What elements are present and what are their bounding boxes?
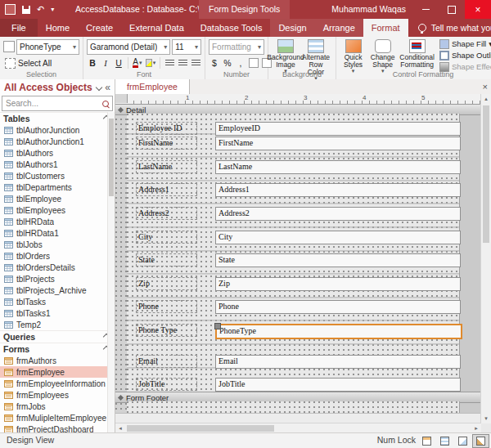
change-shape-button[interactable]: Change Shape ▾ [368, 38, 397, 71]
document-tab-frmEmployee[interactable]: frmEmployee [115, 79, 190, 94]
search-input[interactable]: Search... [2, 96, 113, 111]
background-image-button[interactable]: Background Image ▾ [271, 38, 300, 71]
field-label-EmployeeID[interactable]: Employee ID [136, 122, 197, 135]
design-view-button[interactable] [472, 434, 489, 448]
field-label-City[interactable]: City [136, 231, 197, 244]
ribbon-tab-design[interactable]: Design [270, 19, 314, 37]
ribbon-tab-external-data[interactable]: External Data [121, 19, 192, 37]
currency-format-button[interactable]: $ [209, 56, 220, 69]
nav-item-tblJobs[interactable]: tblJobs [0, 239, 115, 250]
nav-item-frmJobs[interactable]: frmJobs [0, 401, 115, 412]
field-control-Phone[interactable]: Phone [215, 300, 461, 314]
field-label-JobTitle[interactable]: JobTitle [136, 378, 197, 391]
form-grid[interactable]: Employee IDEmployeeIDFirstNameFirstNameL… [127, 114, 460, 392]
close-button[interactable]: × [465, 0, 491, 19]
nav-item-tblAuthors1[interactable]: tblAuthors1 [0, 159, 115, 170]
field-control-PhoneType[interactable]: PhoneType [215, 324, 462, 339]
nav-pane-header[interactable]: All Access Objects « [0, 79, 115, 96]
align-left-button[interactable] [164, 56, 175, 69]
document-close-icon[interactable]: × [483, 79, 488, 94]
horizontal-scroll-thumb[interactable] [127, 425, 274, 432]
field-label-LastName[interactable]: LastName [136, 160, 197, 173]
nav-item-tblProjects_Archive[interactable]: tblProjects_Archive [0, 284, 115, 296]
nav-item-tblCustomers[interactable]: tblCustomers [0, 170, 115, 181]
nav-scrollbar[interactable] [107, 112, 115, 433]
nav-item-tblHRData[interactable]: tblHRData [0, 216, 115, 227]
datasheet-view-button[interactable] [436, 434, 453, 448]
field-label-Email[interactable]: Email [136, 355, 197, 368]
field-label-Phone[interactable]: Phone [136, 300, 197, 313]
shape-outline-button[interactable]: Shape Outline ▾ [439, 50, 491, 60]
form-view-button[interactable] [418, 434, 435, 448]
field-label-State[interactable]: State [136, 253, 197, 267]
save-button[interactable] [22, 6, 30, 14]
field-control-FirstName[interactable]: FirstName [215, 137, 461, 150]
font-color-button[interactable]: A ▾ [132, 56, 143, 69]
highlight-color-button[interactable]: ▾ [145, 56, 156, 69]
nav-section-queries[interactable]: Queries [0, 330, 115, 343]
nav-item-frmEmployee[interactable]: frmEmployee [0, 366, 115, 378]
field-label-Address2[interactable]: Address2 [136, 207, 197, 220]
field-control-Address2[interactable]: Address2 [215, 207, 461, 221]
ribbon-tab-home[interactable]: Home [38, 19, 78, 37]
vertical-scrollbar[interactable]: ▴ ▾ [480, 94, 491, 423]
nav-item-frmEmployees[interactable]: frmEmployees [0, 389, 115, 401]
field-control-EmployeeID[interactable]: EmployeeID [215, 122, 461, 136]
nav-item-tblAuthors[interactable]: tblAuthors [0, 147, 115, 159]
nav-item-tblProjects[interactable]: tblProjects [0, 273, 115, 284]
nav-item-tblAuthorJunction[interactable]: tblAuthorJunction [0, 124, 115, 136]
font-name-combo[interactable]: Garamond (Detail) ▾ [87, 39, 170, 55]
align-right-button[interactable] [190, 56, 201, 69]
font-size-combo[interactable]: 11 ▾ [172, 39, 201, 55]
increase-decimals-button[interactable] [248, 56, 259, 69]
scroll-down-icon[interactable]: ▾ [481, 414, 491, 423]
nav-item-frmAuthors[interactable]: frmAuthors [0, 355, 115, 366]
italic-button[interactable]: I [100, 56, 111, 69]
nav-menu-chevron-icon[interactable] [96, 84, 102, 91]
form-footer-grid[interactable] [127, 401, 460, 413]
underline-button[interactable]: U [113, 56, 124, 69]
nav-item-tblOrders[interactable]: tblOrders [0, 250, 115, 262]
nav-item-tblTasks[interactable]: tblTasks [0, 296, 115, 307]
ribbon-tab-create[interactable]: Create [78, 19, 121, 37]
shutter-close-icon[interactable]: « [105, 83, 110, 92]
nav-item-tblOrdersDetails[interactable]: tblOrdersDetails [0, 262, 115, 273]
percent-format-button[interactable]: % [222, 56, 233, 69]
field-control-City[interactable]: City [215, 231, 461, 244]
field-label-Zip[interactable]: Zip [136, 277, 197, 290]
search-icon[interactable] [102, 101, 109, 107]
ribbon-tab-arrange[interactable]: Arrange [315, 19, 363, 37]
ribbon-tab-format[interactable]: Format [363, 19, 408, 37]
shape-fill-button[interactable]: Shape Fill ▾ [439, 38, 491, 49]
field-control-State[interactable]: State [215, 253, 461, 267]
qat-customize-button[interactable]: ▾ [51, 0, 54, 19]
nav-item-Temp2[interactable]: Temp2 [0, 319, 115, 330]
design-canvas[interactable]: Detail Employee IDEmployeeIDFirstNameFir… [115, 104, 481, 423]
layout-view-button[interactable] [454, 434, 471, 448]
nav-scrollbar-thumb[interactable] [109, 119, 114, 196]
nav-section-forms[interactable]: Forms [0, 343, 115, 355]
nav-item-tblAuthorJunction1[interactable]: tblAuthorJunction1 [0, 136, 115, 147]
field-label-Address1[interactable]: Address1 [136, 183, 197, 196]
nav-item-tblEmployee[interactable]: tblEmployee [0, 193, 115, 204]
nav-section-tables[interactable]: Tables [0, 112, 115, 124]
vertical-scroll-thumb[interactable] [483, 105, 489, 243]
field-control-LastName[interactable]: LastName [215, 160, 461, 174]
nav-item-frmMulipleItemEmployee[interactable]: frmMulipleItemEmployee [0, 412, 115, 423]
nav-item-tblEmployees[interactable]: tblEmployees [0, 204, 115, 216]
field-label-FirstName[interactable]: FirstName [136, 137, 197, 150]
field-control-Email[interactable]: Email [215, 355, 461, 369]
nav-item-frmEmployeeInformation[interactable]: frmEmployeeInformation [0, 378, 115, 389]
conditional-formatting-button[interactable]: Conditional Formatting [398, 38, 436, 71]
ribbon-tab-file[interactable]: File [0, 19, 38, 37]
nav-item-tblHRData1[interactable]: tblHRData1 [0, 227, 115, 239]
scroll-up-icon[interactable]: ▴ [481, 94, 491, 104]
field-label-PhoneType[interactable]: Phone Type [136, 324, 197, 337]
nav-item-tblDepartments[interactable]: tblDepartments [0, 181, 115, 193]
field-control-Zip[interactable]: Zip [215, 277, 461, 291]
bold-button[interactable]: B [87, 56, 98, 69]
field-control-Address1[interactable]: Address1 [215, 183, 461, 197]
alternate-row-color-button[interactable]: Alternate Row Color ▾ [301, 38, 331, 71]
align-center-button[interactable] [177, 56, 188, 69]
user-name[interactable]: Muhammad Waqas [331, 0, 406, 19]
